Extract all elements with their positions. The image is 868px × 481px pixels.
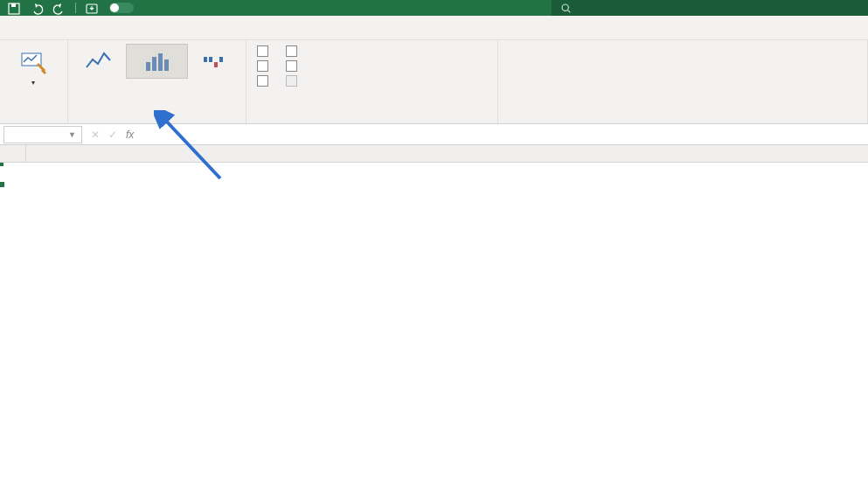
check-high[interactable] xyxy=(257,45,274,57)
formula-input[interactable] xyxy=(142,126,868,143)
svg-rect-7 xyxy=(152,57,156,71)
svg-rect-9 xyxy=(164,59,169,71)
cancel-icon[interactable]: ✕ xyxy=(91,129,100,141)
name-box[interactable]: ▼ xyxy=(3,126,82,143)
svg-line-4 xyxy=(568,10,571,12)
type-column-button[interactable] xyxy=(126,44,188,79)
svg-rect-6 xyxy=(146,62,150,71)
group-style-label xyxy=(503,120,862,122)
search-box[interactable] xyxy=(552,0,868,16)
autosave-icon xyxy=(85,2,99,14)
svg-rect-13 xyxy=(219,57,223,62)
ribbon: ▾ xyxy=(0,40,868,124)
group-type xyxy=(68,40,247,123)
group-show xyxy=(247,40,498,123)
svg-rect-8 xyxy=(158,53,163,71)
svg-rect-12 xyxy=(214,62,218,67)
svg-rect-11 xyxy=(209,57,212,62)
svg-point-3 xyxy=(562,4,568,10)
group-show-label xyxy=(252,120,492,122)
check-markers xyxy=(286,75,302,87)
selection-range xyxy=(0,163,3,166)
search-icon xyxy=(560,3,572,14)
svg-rect-1 xyxy=(11,3,16,7)
check-low[interactable] xyxy=(257,60,274,72)
ribbon-tabs xyxy=(0,16,868,40)
edit-data-button[interactable]: ▾ xyxy=(5,44,61,89)
group-type-label xyxy=(73,120,240,122)
fx-icon[interactable]: fx xyxy=(126,129,134,141)
undo-icon[interactable] xyxy=(30,2,44,14)
type-line-button[interactable] xyxy=(73,44,124,79)
select-all-corner[interactable] xyxy=(0,145,26,162)
fill-handle[interactable] xyxy=(0,182,4,187)
group-sparkline-label xyxy=(5,120,62,122)
check-neg[interactable] xyxy=(257,75,274,87)
enter-icon[interactable]: ✓ xyxy=(108,129,117,141)
worksheet-grid[interactable] xyxy=(0,145,868,163)
group-sparkline: ▾ xyxy=(0,40,68,123)
save-icon[interactable] xyxy=(7,2,21,14)
check-first[interactable] xyxy=(286,45,302,57)
title-bar xyxy=(0,0,868,16)
group-style xyxy=(498,40,868,123)
autosave-switch[interactable] xyxy=(109,3,134,13)
type-winloss-button[interactable] xyxy=(190,44,240,79)
chevron-down-icon: ▼ xyxy=(68,130,76,139)
check-last[interactable] xyxy=(286,60,302,72)
svg-rect-10 xyxy=(204,57,207,62)
autosave-toggle[interactable] xyxy=(85,2,134,14)
formula-bar: ▼ ✕ ✓ fx xyxy=(0,124,868,145)
redo-icon[interactable] xyxy=(52,2,66,14)
